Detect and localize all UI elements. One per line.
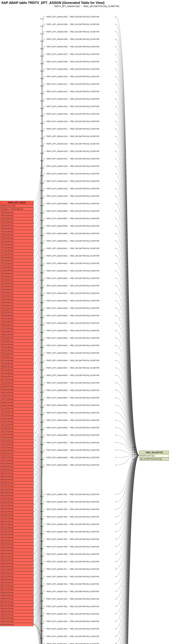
left-table-row-101: R025 [CHAR (8)] [1,530,13,532]
left-table-row-120: R044 [CHAR (8)] [1,591,13,593]
svg-point-29 [115,121,116,122]
svg-point-71 [115,278,116,278]
svg-point-15 [115,69,116,69]
edge-label-g1-1: TRDTV_DFT_ASSGN-C003 → TRDC_DFLOWTYPE-DI… [46,23,99,25]
cardinality-left: 0..N [40,540,43,542]
left-table-row-42: T041 [CHAR (8)] [1,340,13,342]
svg-point-79 [115,308,116,308]
edge-label-g2-16: TRDTV_DFT_ASSGN-T017 → TRDC_DFLOWTYPE-DI… [46,613,99,615]
edge-label-g1-41: TRDTV_DFT_ASSGN-R021 → TRDC_DFLOWTYPE-DI… [46,322,99,324]
svg-point-106 [44,412,44,413]
cardinality-left: 0..N [40,40,43,42]
svg-point-50 [44,203,44,204]
edge-label-g2-5: TRDTV_DFT_ASSGN-T006 → TRDC_DFLOWTYPE-DI… [46,531,99,533]
left-table-row-91: R015 [CHAR (8)] [1,498,13,500]
edge-label-g1-48: TRDTV_DFT_ASSGN-R028 → TRDC_DFLOWTYPE-DI… [46,374,99,376]
svg-point-72 [44,286,44,286]
left-table-row-36: T035 [CHAR (8)] [1,321,13,323]
svg-point-129 [115,516,116,517]
svg-point-56 [44,226,44,226]
cardinality-left: 0..N [40,152,43,154]
left-table-row-82: R006 [CHAR (8)] [1,469,13,471]
edge-label-g1-38: TRDTV_DFT_ASSGN-R018 → TRDC_DFLOWTYPE-DI… [46,300,99,302]
edge-label-g1-25: TRDTV_DFT_ASSGN-R005 → TRDC_DFLOWTYPE-DI… [46,202,99,204]
cardinality-left: 0..N [40,458,43,460]
svg-point-59 [115,233,116,234]
svg-point-152 [44,606,44,607]
cardinality-left: 0..N [40,190,43,192]
edge-label-g2-15: TRDTV_DFT_ASSGN-T016 → TRDC_DFLOWTYPE-DI… [46,606,99,608]
svg-point-24 [44,106,44,107]
svg-point-41 [115,166,116,166]
svg-point-81 [115,315,116,316]
left-table-row-70: C017 [CHAR (8)] [1,430,13,432]
svg-point-135 [115,539,116,540]
left-table-row-54: C001 [CHAR (8)] [1,379,13,381]
edge-label-g2-0: TRDTV_DFT_ASSGN-T001 → TRDC_DFLOWTYPE-DI… [46,494,99,495]
svg-point-131 [115,524,116,524]
cardinality-left: 0..N [40,592,43,594]
edge-label-g1-55: TRDTV_DFT_ASSGN-R035 → TRDC_DFLOWTYPE-DI… [46,427,99,429]
cardinality-left: 0..N [40,510,43,512]
cardinality-left: 0..N [40,518,43,520]
left-table-row-79: C026 [CHAR (8)] [1,459,13,461]
svg-point-124 [44,502,44,502]
cardinality-left: 0..N [40,160,43,162]
left-table-row-114: R038 [CHAR (8)] [1,572,13,574]
page-title: SAP ABAP table TRDTV_DFT_ASSGN {Generate… [1,1,105,5]
svg-point-46 [44,188,44,189]
edge-label-g1-26: TRDTV_DFT_ASSGN-R006 → TRDC_DFLOWTYPE-DI… [46,210,99,212]
svg-point-44 [44,181,44,181]
left-table-row-26: T025 [CHAR (8)] [1,289,13,290]
svg-point-133 [115,532,116,532]
edge-label-g1-43: TRDTV_DFT_ASSGN-R023 → TRDC_DFLOWTYPE-DI… [46,337,99,339]
svg-point-52 [44,211,44,211]
svg-point-75 [115,293,116,294]
edge-label-g1-54: TRDTV_DFT_ASSGN-R034 → TRDC_DFLOWTYPE-DI… [46,419,99,421]
cardinality-left: 0..N [40,204,43,206]
left-table-row-126: R050 [CHAR (8)] [1,611,13,612]
edge-label-g2-19: TRDTV_DFT_ASSGN-T020 → TRDC_DFLOWTYPE-DI… [46,635,99,637]
svg-point-28 [44,121,44,122]
cardinality-left: 0..N [40,62,43,64]
edge-label-g1-5: TRDTV_DFT_ASSGN-C007 → TRDC_DFLOWTYPE-DI… [46,53,99,55]
svg-point-158 [44,628,44,629]
svg-point-91 [115,353,116,353]
svg-point-136 [44,546,44,547]
cardinality-right-cluster: 0..N [132,447,135,448]
right-top-table-row-1: DIS_FLOWTYPE [CHAR (8)] [140,458,162,460]
svg-point-82 [44,323,44,323]
cardinality-left: 0..N [40,294,43,296]
svg-point-116 [44,450,44,450]
edge-label-g1-40: TRDTV_DFT_ASSGN-R020 → TRDC_DFLOWTYPE-DI… [46,315,99,316]
left-table-row-11: T010 [CHAR (8)] [1,240,13,242]
svg-point-49 [115,196,116,196]
cardinality-left: 0..N [40,220,43,222]
cardinality-left: 0..N [40,600,43,602]
svg-point-30 [44,128,44,129]
left-table-row-16: T015 [CHAR (8)] [1,256,13,258]
svg-point-159 [115,628,116,629]
svg-point-34 [44,144,44,144]
left-table-row-13: T012 [CHAR (8)] [1,247,13,249]
svg-point-48 [44,196,44,196]
left-table: TRDTV_DFT_ASSGNMANDT [CLNT (3)]PRODUCT_T… [0,201,33,626]
cardinality-left: 0..N [40,421,43,423]
left-table-row-116: R040 [CHAR (8)] [1,578,13,580]
left-table-row-48: T047 [CHAR (8)] [1,360,13,362]
cardinality-left: 0..N [40,339,43,341]
cardinality-left: 0..N [40,362,43,363]
svg-point-27 [115,114,116,114]
cardinality-left: 0..N [40,287,43,289]
svg-point-104 [44,405,44,406]
svg-point-67 [115,263,116,264]
left-table-row-106: R030 [CHAR (8)] [1,546,13,548]
cardinality-left: 0..N [40,92,43,94]
cardinality-left: 0..N [40,376,43,378]
left-table-row-99: R023 [CHAR (8)] [1,524,13,526]
svg-point-31 [115,128,116,129]
edge-label-g1-31: TRDTV_DFT_ASSGN-R011 → TRDC_DFLOWTYPE-DI… [46,248,99,249]
left-table-row-130: R054 [CHAR (8)] [1,624,13,626]
left-table-row-64: C011 [CHAR (8)] [1,411,13,413]
left-table-row-103: R027 [CHAR (8)] [1,536,13,538]
